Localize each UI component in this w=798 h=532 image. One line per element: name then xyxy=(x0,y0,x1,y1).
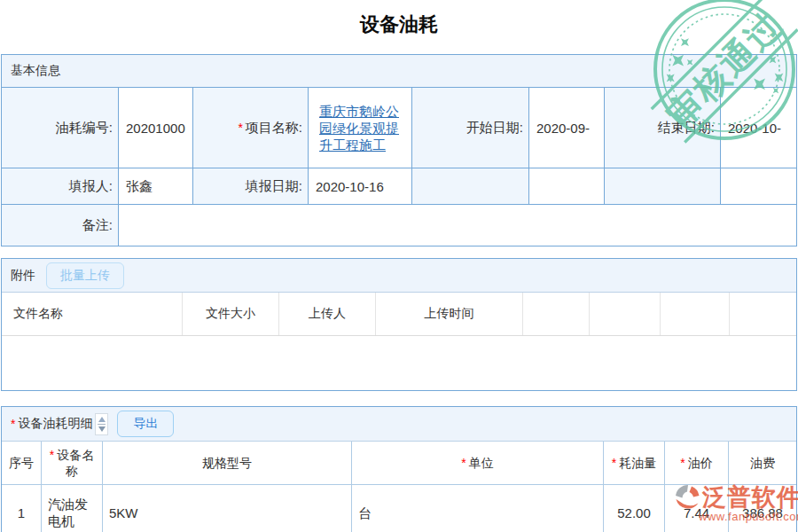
required-asterisk: * xyxy=(680,455,685,471)
row-count-stepper[interactable] xyxy=(95,413,108,435)
fuel-detail-bar: * 设备油耗明细 导出 xyxy=(2,407,796,442)
project-name-link[interactable]: 重庆市鹅岭公园绿化景观提升工程施工 xyxy=(319,103,401,153)
attachments-header-row: 文件名称 文件大小 上传人 上传时间 xyxy=(2,293,796,336)
basic-info-table: 基本信息 油耗编号: 20201000 *项目名称: 重庆市鹅岭公园绿化景观提升… xyxy=(1,54,797,246)
col-upload-time: 上传时间 xyxy=(376,293,523,335)
col-uploader: 上传人 xyxy=(279,293,376,335)
cell-fuel-price: 7.44 xyxy=(665,485,729,532)
remark-value xyxy=(119,205,796,246)
start-date-value: 2020-09- xyxy=(529,88,604,168)
oil-number-label: 油耗编号: xyxy=(2,88,118,168)
fill-date-label: 填报日期: xyxy=(193,168,308,204)
project-name-label: *项目名称: xyxy=(193,88,308,168)
cell-device-name: 汽油发电机 xyxy=(42,485,103,532)
col-empty xyxy=(730,293,796,335)
fuel-detail-header-row: 序号 *设备名称 规格型号 *单位 *耗油量 *油价 油费 xyxy=(2,442,796,485)
cell-fuel-cost: 386.88 xyxy=(729,485,796,532)
stepper-down-icon[interactable] xyxy=(98,426,106,432)
col-fuel-price: *油价 xyxy=(665,442,729,484)
fuel-detail-section-title: 设备油耗明细 xyxy=(18,416,92,432)
empty-value-cell xyxy=(721,168,796,204)
col-fuel-cost: 油费 xyxy=(729,442,796,484)
empty-label-cell xyxy=(412,168,528,204)
col-file-name: 文件名称 xyxy=(2,293,183,335)
batch-upload-button[interactable]: 批量上传 xyxy=(46,262,124,289)
cell-spec-model: 5KW xyxy=(103,485,352,532)
stepper-divider xyxy=(98,424,106,425)
attachments-empty-body xyxy=(2,336,796,390)
filler-label: 填报人: xyxy=(2,168,118,204)
required-asterisk: * xyxy=(612,456,616,470)
col-empty xyxy=(590,293,661,335)
col-device-name: *设备名称 xyxy=(42,442,103,484)
cell-seq: 1 xyxy=(2,485,42,532)
end-date-label: 结束日期: xyxy=(605,88,720,168)
col-empty xyxy=(523,293,590,335)
filler-value: 张鑫 xyxy=(119,168,192,204)
col-unit: *单位 xyxy=(352,442,604,484)
col-file-size: 文件大小 xyxy=(183,293,279,335)
export-button[interactable]: 导出 xyxy=(117,411,174,437)
required-asterisk: * xyxy=(50,448,54,462)
attachments-bar: 附件 批量上传 xyxy=(2,259,796,293)
cell-unit: 台 xyxy=(352,485,604,532)
stepper-up-icon[interactable] xyxy=(98,417,106,422)
remark-label: 备注: xyxy=(2,205,118,246)
attachments-section: 附件 批量上传 文件名称 文件大小 上传人 上传时间 xyxy=(1,258,797,391)
required-asterisk: * xyxy=(461,455,466,471)
fill-date-value: 2020-10-16 xyxy=(309,168,411,204)
page-title: 设备油耗 xyxy=(0,12,798,38)
col-spec-model: 规格型号 xyxy=(103,442,352,484)
fuel-detail-section: * 设备油耗明细 导出 序号 *设备名称 规格型号 *单位 *耗油量 *油价 油… xyxy=(1,406,797,532)
end-date-value: 2020-10- xyxy=(721,88,796,168)
col-empty xyxy=(661,293,730,335)
cell-fuel-consumption: 52.00 xyxy=(604,485,665,532)
project-name-cell: 重庆市鹅岭公园绿化景观提升工程施工 xyxy=(309,88,411,168)
required-asterisk: * xyxy=(238,121,242,135)
required-asterisk: * xyxy=(11,417,15,431)
col-fuel-consumption: *耗油量 xyxy=(604,442,665,484)
attachments-section-title: 附件 xyxy=(11,268,35,284)
oil-number-value: 20201000 xyxy=(119,88,192,168)
start-date-label: 开始日期: xyxy=(412,88,528,168)
table-row: 1 汽油发电机 5KW 台 52.00 7.44 386.88 xyxy=(2,485,796,532)
empty-label-cell xyxy=(605,168,720,204)
col-seq: 序号 xyxy=(2,442,42,484)
basic-info-section-title: 基本信息 xyxy=(2,55,796,87)
empty-value-cell xyxy=(529,168,604,204)
